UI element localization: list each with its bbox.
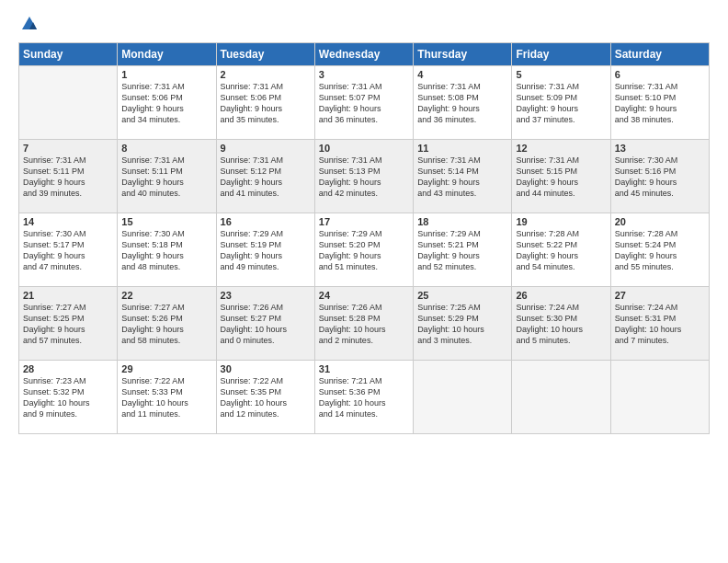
calendar-cell: 15Sunrise: 7:30 AM Sunset: 5:18 PM Dayli… <box>118 213 216 287</box>
cell-info: Sunrise: 7:29 AM Sunset: 5:20 PM Dayligh… <box>319 228 409 273</box>
calendar-cell: 25Sunrise: 7:25 AM Sunset: 5:29 PM Dayli… <box>414 287 512 361</box>
calendar-cell: 11Sunrise: 7:31 AM Sunset: 5:14 PM Dayli… <box>414 140 512 213</box>
day-number: 10 <box>319 143 409 154</box>
cell-info: Sunrise: 7:24 AM Sunset: 5:31 PM Dayligh… <box>615 302 705 347</box>
cell-info: Sunrise: 7:31 AM Sunset: 5:08 PM Dayligh… <box>417 81 507 126</box>
calendar: SundayMondayTuesdayWednesdayThursdayFrid… <box>18 42 710 434</box>
calendar-cell: 21Sunrise: 7:27 AM Sunset: 5:25 PM Dayli… <box>19 287 118 361</box>
day-number: 8 <box>121 143 211 154</box>
cell-info: Sunrise: 7:31 AM Sunset: 5:06 PM Dayligh… <box>221 81 311 126</box>
calendar-cell: 12Sunrise: 7:31 AM Sunset: 5:15 PM Dayli… <box>512 140 610 213</box>
day-number: 24 <box>319 290 409 301</box>
day-number: 12 <box>516 143 606 154</box>
calendar-cell: 13Sunrise: 7:30 AM Sunset: 5:16 PM Dayli… <box>610 140 709 213</box>
cell-info: Sunrise: 7:22 AM Sunset: 5:33 PM Dayligh… <box>121 375 211 420</box>
cell-info: Sunrise: 7:31 AM Sunset: 5:11 PM Dayligh… <box>121 155 211 200</box>
calendar-cell: 6Sunrise: 7:31 AM Sunset: 5:10 PM Daylig… <box>610 66 709 140</box>
cell-info: Sunrise: 7:21 AM Sunset: 5:36 PM Dayligh… <box>319 375 409 420</box>
day-number: 26 <box>516 290 606 301</box>
day-number: 18 <box>417 216 507 227</box>
calendar-cell: 26Sunrise: 7:24 AM Sunset: 5:30 PM Dayli… <box>512 287 610 361</box>
calendar-cell: 3Sunrise: 7:31 AM Sunset: 5:07 PM Daylig… <box>314 66 413 140</box>
cell-info: Sunrise: 7:31 AM Sunset: 5:10 PM Dayligh… <box>615 81 705 126</box>
day-number: 21 <box>23 290 113 301</box>
cell-info: Sunrise: 7:30 AM Sunset: 5:16 PM Dayligh… <box>615 155 705 200</box>
cell-info: Sunrise: 7:26 AM Sunset: 5:28 PM Dayligh… <box>319 302 409 347</box>
day-number: 17 <box>319 216 409 227</box>
weekday-header: Thursday <box>414 43 512 66</box>
cell-info: Sunrise: 7:29 AM Sunset: 5:21 PM Dayligh… <box>417 228 507 273</box>
header <box>18 15 710 33</box>
weekday-header: Wednesday <box>314 43 413 66</box>
logo-icon <box>20 15 39 33</box>
calendar-week-row: 1Sunrise: 7:31 AM Sunset: 5:06 PM Daylig… <box>19 66 710 140</box>
day-number: 4 <box>417 69 507 80</box>
calendar-cell: 2Sunrise: 7:31 AM Sunset: 5:06 PM Daylig… <box>216 66 314 140</box>
cell-info: Sunrise: 7:27 AM Sunset: 5:25 PM Dayligh… <box>23 302 113 347</box>
day-number: 11 <box>417 143 507 154</box>
calendar-cell: 8Sunrise: 7:31 AM Sunset: 5:11 PM Daylig… <box>118 140 216 213</box>
day-number: 6 <box>615 69 705 80</box>
cell-info: Sunrise: 7:26 AM Sunset: 5:27 PM Dayligh… <box>221 302 311 347</box>
calendar-cell: 29Sunrise: 7:22 AM Sunset: 5:33 PM Dayli… <box>118 361 216 434</box>
cell-info: Sunrise: 7:30 AM Sunset: 5:17 PM Dayligh… <box>23 228 113 273</box>
day-number: 5 <box>516 69 606 80</box>
weekday-header: Tuesday <box>216 43 314 66</box>
cell-info: Sunrise: 7:31 AM Sunset: 5:13 PM Dayligh… <box>319 155 409 200</box>
cell-info: Sunrise: 7:24 AM Sunset: 5:30 PM Dayligh… <box>516 302 606 347</box>
calendar-cell: 23Sunrise: 7:26 AM Sunset: 5:27 PM Dayli… <box>216 287 314 361</box>
calendar-cell: 22Sunrise: 7:27 AM Sunset: 5:26 PM Dayli… <box>118 287 216 361</box>
weekday-header: Monday <box>118 43 216 66</box>
day-number: 19 <box>516 216 606 227</box>
day-number: 20 <box>615 216 705 227</box>
day-number: 7 <box>23 143 113 154</box>
calendar-week-row: 28Sunrise: 7:23 AM Sunset: 5:32 PM Dayli… <box>19 361 710 434</box>
day-number: 9 <box>221 143 311 154</box>
calendar-cell: 30Sunrise: 7:22 AM Sunset: 5:35 PM Dayli… <box>216 361 314 434</box>
calendar-cell: 10Sunrise: 7:31 AM Sunset: 5:13 PM Dayli… <box>314 140 413 213</box>
calendar-cell: 4Sunrise: 7:31 AM Sunset: 5:08 PM Daylig… <box>414 66 512 140</box>
weekday-header: Sunday <box>19 43 118 66</box>
cell-info: Sunrise: 7:28 AM Sunset: 5:22 PM Dayligh… <box>516 228 606 273</box>
calendar-cell: 14Sunrise: 7:30 AM Sunset: 5:17 PM Dayli… <box>19 213 118 287</box>
day-number: 31 <box>319 363 409 374</box>
day-number: 1 <box>121 69 211 80</box>
calendar-cell <box>414 361 512 434</box>
cell-info: Sunrise: 7:31 AM Sunset: 5:12 PM Dayligh… <box>221 155 311 200</box>
cell-info: Sunrise: 7:31 AM Sunset: 5:11 PM Dayligh… <box>23 155 113 200</box>
calendar-cell: 7Sunrise: 7:31 AM Sunset: 5:11 PM Daylig… <box>19 140 118 213</box>
calendar-week-row: 7Sunrise: 7:31 AM Sunset: 5:11 PM Daylig… <box>19 140 710 213</box>
day-number: 2 <box>221 69 311 80</box>
cell-info: Sunrise: 7:29 AM Sunset: 5:19 PM Dayligh… <box>221 228 311 273</box>
calendar-cell: 20Sunrise: 7:28 AM Sunset: 5:24 PM Dayli… <box>610 213 709 287</box>
day-number: 23 <box>221 290 311 301</box>
day-number: 28 <box>23 363 113 374</box>
calendar-cell: 9Sunrise: 7:31 AM Sunset: 5:12 PM Daylig… <box>216 140 314 213</box>
calendar-cell <box>610 361 709 434</box>
day-number: 27 <box>615 290 705 301</box>
cell-info: Sunrise: 7:31 AM Sunset: 5:14 PM Dayligh… <box>417 155 507 200</box>
calendar-cell <box>512 361 610 434</box>
logo <box>18 15 39 33</box>
cell-info: Sunrise: 7:31 AM Sunset: 5:09 PM Dayligh… <box>516 81 606 126</box>
calendar-cell <box>19 66 118 140</box>
cell-info: Sunrise: 7:31 AM Sunset: 5:07 PM Dayligh… <box>319 81 409 126</box>
calendar-cell: 24Sunrise: 7:26 AM Sunset: 5:28 PM Dayli… <box>314 287 413 361</box>
calendar-cell: 31Sunrise: 7:21 AM Sunset: 5:36 PM Dayli… <box>314 361 413 434</box>
cell-info: Sunrise: 7:27 AM Sunset: 5:26 PM Dayligh… <box>121 302 211 347</box>
cell-info: Sunrise: 7:25 AM Sunset: 5:29 PM Dayligh… <box>417 302 507 347</box>
day-number: 15 <box>121 216 211 227</box>
day-number: 13 <box>615 143 705 154</box>
weekday-header: Saturday <box>610 43 709 66</box>
cell-info: Sunrise: 7:31 AM Sunset: 5:06 PM Dayligh… <box>121 81 211 126</box>
calendar-cell: 28Sunrise: 7:23 AM Sunset: 5:32 PM Dayli… <box>19 361 118 434</box>
calendar-cell: 17Sunrise: 7:29 AM Sunset: 5:20 PM Dayli… <box>314 213 413 287</box>
day-number: 29 <box>121 363 211 374</box>
calendar-week-row: 21Sunrise: 7:27 AM Sunset: 5:25 PM Dayli… <box>19 287 710 361</box>
day-number: 22 <box>121 290 211 301</box>
day-number: 14 <box>23 216 113 227</box>
calendar-cell: 19Sunrise: 7:28 AM Sunset: 5:22 PM Dayli… <box>512 213 610 287</box>
calendar-week-row: 14Sunrise: 7:30 AM Sunset: 5:17 PM Dayli… <box>19 213 710 287</box>
weekday-header: Friday <box>512 43 610 66</box>
day-number: 16 <box>221 216 311 227</box>
